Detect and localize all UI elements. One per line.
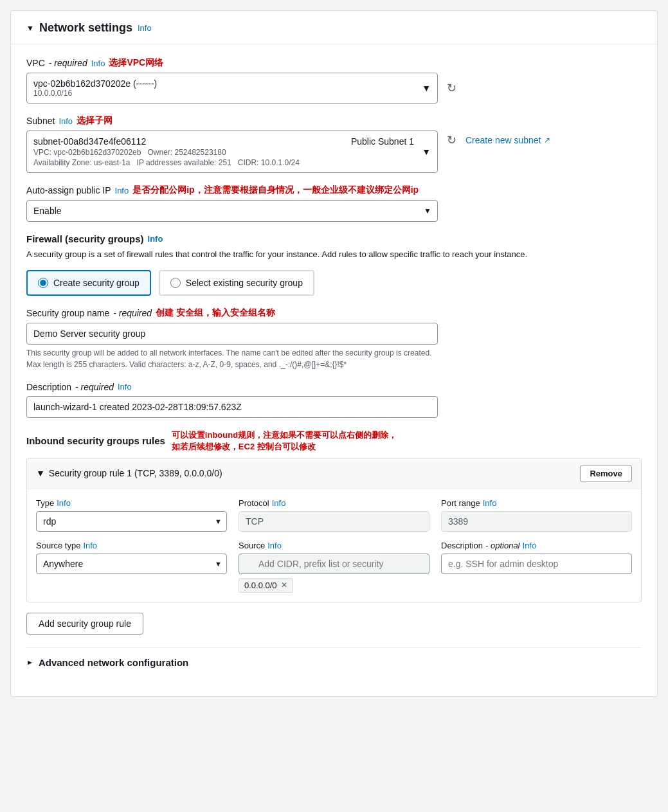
create-security-group-radio[interactable]: [38, 278, 48, 288]
subnet-actions: ↻ Create new subnet ↗: [444, 131, 550, 150]
inbound-title-row: Inbound security groups rules 可以设置inboun…: [26, 429, 642, 453]
rule-protocol-label: Protocol Info: [239, 498, 429, 508]
select-security-group-radio[interactable]: [170, 278, 181, 288]
vpc-refresh-button[interactable]: ↻: [444, 78, 459, 98]
subnet-field-label: Subnet Info 选择子网: [26, 115, 642, 127]
section-toggle-icon[interactable]: ▼: [26, 24, 34, 33]
sg-name-input[interactable]: [26, 323, 438, 345]
subnet-info-link[interactable]: Info: [59, 116, 73, 126]
sg-name-helper: This security group will be added to all…: [26, 347, 438, 370]
subnet-cidr-text: CIDR: 10.0.1.0/24: [238, 158, 300, 167]
rule-type-info-link[interactable]: Info: [57, 498, 71, 508]
vpc-label-text: VPC: [26, 58, 45, 68]
rule-port-group: Port range Info: [441, 498, 632, 532]
auto-assign-info-link[interactable]: Info: [115, 186, 129, 195]
vpc-select-box[interactable]: vpc-02b6b162d370202e (------) 10.0.0.0/1…: [26, 73, 438, 104]
rule-card-title-text: Security group rule 1 (TCP, 3389, 0.0.0.…: [49, 468, 222, 478]
section-info-link[interactable]: Info: [138, 23, 152, 33]
add-security-group-rule-button[interactable]: Add security group rule: [26, 613, 143, 635]
rule-port-input: [441, 511, 632, 532]
source-search-input[interactable]: [239, 554, 429, 574]
inbound-title-text: Inbound security groups rules: [26, 435, 165, 446]
auto-assign-select[interactable]: Enable Disable: [26, 200, 438, 222]
subnet-select-box[interactable]: subnet-00a8d347e4fe06112 Public Subnet 1…: [26, 131, 438, 173]
sg-name-required: - required: [113, 308, 152, 318]
vpc-field-group: VPC - required Info 选择VPC网络 vpc-02b6b162…: [26, 57, 642, 104]
firewall-radio-group: Create security group Select existing se…: [26, 270, 642, 296]
vpc-info-link[interactable]: Info: [91, 59, 105, 68]
auto-assign-field-group: Auto-assign public IP Info 是否分配公网ip，注意需要…: [26, 185, 642, 222]
rule-desc-input[interactable]: [441, 554, 632, 574]
cidr-tag-value: 0.0.0.0/0: [244, 581, 277, 590]
advanced-toggle-icon: ►: [26, 658, 33, 666]
rule-source-type-info-link[interactable]: Info: [83, 541, 97, 550]
subnet-details-2: Availability Zone: us-east-1a IP address…: [33, 158, 414, 167]
description-field-group: Description - required Info: [26, 382, 642, 418]
cidr-tag-close-icon[interactable]: ✕: [281, 581, 287, 590]
rule-protocol-group: Protocol Info: [239, 498, 429, 532]
rule-card-toggle-icon: ▼: [36, 468, 45, 478]
source-type-select-wrapper: Anywhere Custom My IP ▼: [36, 554, 227, 574]
auto-assign-label-text: Auto-assign public IP: [26, 185, 111, 195]
vpc-annotation: 选择VPC网络: [109, 57, 163, 69]
auto-assign-select-wrapper: Enable Disable ▼: [26, 200, 438, 222]
create-security-group-option[interactable]: Create security group: [26, 270, 151, 296]
cidr-tag: 0.0.0.0/0 ✕: [239, 578, 293, 593]
firewall-info-link[interactable]: Info: [148, 234, 163, 244]
advanced-network-config[interactable]: ► Advanced network configuration: [26, 647, 642, 668]
rule-source-info-link[interactable]: Info: [267, 541, 282, 550]
rule-type-select-wrapper: rdp ssh http https custom ▼: [36, 511, 227, 532]
subnet-owner-text: Owner: 252482523180: [147, 148, 226, 157]
firewall-title-text: Firewall (security groups): [26, 233, 144, 244]
inbound-section: Inbound security groups rules 可以设置inboun…: [26, 429, 642, 602]
create-new-subnet-link[interactable]: Create new subnet ↗: [465, 135, 550, 145]
subnet-field-group: Subnet Info 选择子网 subnet-00a8d347e4fe0611…: [26, 115, 642, 173]
rule-fields: Type Info rdp ssh http https custom: [27, 489, 641, 602]
rule-type-group: Type Info rdp ssh http https custom: [36, 498, 227, 532]
sg-name-annotation: 创建 安全组，输入安全组名称: [156, 307, 275, 319]
advanced-config-title: Advanced network configuration: [39, 657, 188, 668]
select-security-group-option[interactable]: Select existing security group: [159, 270, 314, 296]
description-required: - required: [75, 382, 114, 392]
remove-rule-button[interactable]: Remove: [580, 465, 632, 482]
rule-card-header: ▼ Security group rule 1 (TCP, 3389, 0.0.…: [27, 458, 641, 489]
subnet-id-text: subnet-00a8d347e4fe06112: [33, 136, 146, 147]
rule-desc-info-link[interactable]: Info: [523, 541, 537, 550]
network-settings-header: ▼ Network settings Info: [11, 11, 657, 44]
sg-name-label: Security group name - required 创建 安全组，输入…: [26, 307, 642, 319]
rule-protocol-info-link[interactable]: Info: [272, 498, 286, 508]
subnet-vpc-text: VPC: vpc-02b6b162d370202eb: [33, 148, 141, 157]
auto-assign-annotation: 是否分配公网ip，注意需要根据自身情况，一般企业级不建议绑定公网ip: [132, 185, 419, 196]
subnet-annotation: 选择子网: [77, 115, 113, 127]
vpc-row: vpc-02b6b162d370202e (------) 10.0.0.0/1…: [26, 73, 642, 104]
description-label: Description - required Info: [26, 382, 642, 392]
rule-type-select[interactable]: rdp ssh http https custom: [36, 511, 227, 532]
sg-name-label-text: Security group name: [26, 308, 109, 318]
select-security-group-label: Select existing security group: [186, 278, 303, 288]
rule-source-type-select[interactable]: Anywhere Custom My IP: [36, 554, 227, 574]
subnet-az-text: Availability Zone: us-east-1a: [33, 158, 131, 167]
rule-card-1: ▼ Security group rule 1 (TCP, 3389, 0.0.…: [26, 458, 642, 602]
rule-protocol-input: [239, 511, 429, 532]
vpc-chevron-icon: ▼: [422, 83, 431, 93]
description-input[interactable]: [26, 396, 438, 418]
rule-source-label: Source Info: [239, 541, 429, 550]
rule-port-label: Port range Info: [441, 498, 632, 508]
subnet-label-text: Subnet: [26, 116, 55, 126]
subnet-name-text: Public Subnet 1: [351, 136, 414, 147]
description-info-link[interactable]: Info: [118, 382, 132, 392]
firewall-section: Firewall (security groups) Info A securi…: [26, 233, 642, 296]
rule-source-group: Source Info 🔍 0.0.0.0/0 ✕: [239, 541, 429, 593]
vpc-cidr-text: 10.0.0.0/16: [33, 89, 414, 98]
subnet-select-row: subnet-00a8d347e4fe06112 Public Subnet 1…: [26, 131, 642, 173]
vpc-field-label: VPC - required Info 选择VPC网络: [26, 57, 642, 69]
rule-type-label: Type Info: [36, 498, 227, 508]
auto-assign-label: Auto-assign public IP Info 是否分配公网ip，注意需要…: [26, 185, 642, 196]
firewall-description: A security group is a set of firewall ru…: [26, 248, 605, 261]
section-body: VPC - required Info 选择VPC网络 vpc-02b6b162…: [11, 44, 657, 681]
subnet-details: VPC: vpc-02b6b162d370202eb Owner: 252482…: [33, 148, 414, 157]
rule-port-info-link[interactable]: Info: [483, 498, 497, 508]
subnet-ip-text: IP addresses available: 251: [137, 158, 231, 167]
rule-source-type-group: Source type Info Anywhere Custom My IP ▼: [36, 541, 227, 593]
subnet-refresh-button[interactable]: ↻: [444, 131, 459, 150]
